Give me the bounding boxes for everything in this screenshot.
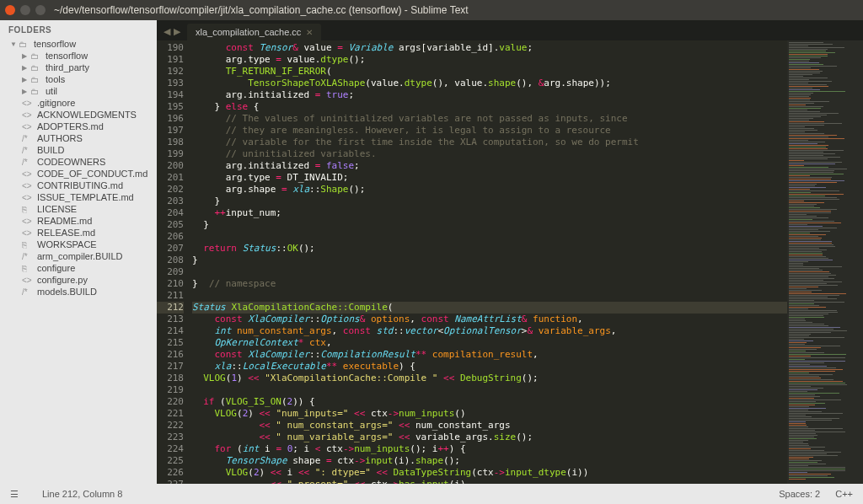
folder-icon: 🗀: [30, 63, 42, 72]
folder-label: util: [46, 86, 57, 96]
file-label: configure: [37, 263, 75, 273]
chevron-right-icon: [22, 76, 30, 83]
status-spaces[interactable]: Spaces: 2: [779, 489, 820, 499]
file-icon: /*: [22, 252, 34, 261]
file-icon: <>: [22, 217, 34, 226]
code-editor[interactable]: const Tensor& value = Variable args[vari…: [192, 40, 787, 484]
editor-area: ◀ ▶ xla_compilation_cache.cc ✕ 190191192…: [157, 20, 863, 484]
file-label: WORKSPACE: [37, 239, 97, 249]
folder-label: tensorflow: [34, 39, 76, 49]
file-icon: <>: [22, 110, 34, 120]
file-icon: <>: [22, 99, 34, 108]
sidebar-file[interactable]: <>configure.py: [19, 274, 157, 286]
sidebar-file[interactable]: <>ISSUE_TEMPLATE.md: [19, 191, 157, 203]
minimap[interactable]: [787, 40, 863, 484]
file-label: ACKNOWLEDGMENTS: [37, 110, 137, 120]
file-label: configure.py: [37, 275, 88, 285]
file-icon: /*: [22, 134, 34, 143]
sidebar-file[interactable]: <>ADOPTERS.md: [19, 121, 157, 132]
folder-icon: 🗀: [30, 51, 42, 61]
menu-icon[interactable]: ☰: [10, 489, 19, 500]
minimize-button[interactable]: [20, 5, 30, 15]
sidebar-folder[interactable]: 🗀third_party: [19, 62, 157, 73]
sidebar-folder[interactable]: 🗀tools: [19, 73, 157, 85]
chevron-right-icon: [22, 52, 30, 60]
folder-label: tensorflow: [46, 51, 88, 61]
file-label: RELEASE.md: [37, 228, 95, 238]
file-icon: <>: [22, 169, 34, 179]
file-icon: <>: [22, 122, 34, 131]
file-label: CODE_OF_CONDUCT.md: [37, 169, 147, 179]
nav-forward-icon[interactable]: ▶: [174, 26, 180, 37]
sidebar-header: FOLDERS: [0, 20, 157, 38]
sidebar-file[interactable]: <>CONTRIBUTING.md: [19, 180, 157, 191]
tab-label: xla_compilation_cache.cc: [196, 27, 301, 37]
file-label: CONTRIBUTING.md: [37, 180, 123, 190]
nav-back-icon[interactable]: ◀: [163, 26, 170, 37]
sidebar-file[interactable]: <>ACKNOWLEDGMENTS: [19, 109, 157, 121]
folder-label: tools: [46, 74, 65, 84]
sidebar-file[interactable]: <>RELEASE.md: [19, 227, 157, 239]
file-icon: ⎘: [22, 240, 34, 249]
sidebar-file[interactable]: ⎘LICENSE: [19, 203, 157, 215]
sidebar: FOLDERS 🗀 tensorflow 🗀tensorflow🗀third_p…: [0, 20, 157, 484]
sidebar-file[interactable]: <>README.md: [19, 215, 157, 227]
window-title: ~/dev/tensorflow/tensorflow/compiler/jit…: [54, 4, 469, 16]
titlebar: ~/dev/tensorflow/tensorflow/compiler/jit…: [0, 0, 863, 20]
file-icon: <>: [22, 193, 34, 202]
statusbar: ☰ Line 212, Column 8 Spaces: 2 C++: [0, 484, 863, 504]
file-label: README.md: [37, 216, 92, 226]
sidebar-root-folder[interactable]: 🗀 tensorflow: [7, 38, 157, 50]
folder-icon: 🗀: [30, 75, 42, 84]
file-label: arm_compiler.BUILD: [37, 251, 122, 261]
sidebar-file[interactable]: ⎘configure: [19, 262, 157, 274]
status-position: Line 212, Column 8: [42, 489, 122, 500]
sidebar-folder[interactable]: 🗀util: [19, 85, 157, 97]
file-label: BUILD: [37, 145, 64, 155]
folder-icon: 🗀: [30, 87, 42, 96]
maximize-button[interactable]: [35, 5, 46, 15]
file-icon: ⎘: [22, 205, 34, 214]
close-icon[interactable]: ✕: [306, 28, 313, 37]
sidebar-file[interactable]: /*AUTHORS: [19, 132, 157, 144]
line-gutter[interactable]: 1901911921931941951961971981992002012022…: [157, 40, 192, 484]
folder-label: third_party: [46, 62, 89, 72]
file-icon: /*: [22, 158, 34, 167]
file-icon: <>: [22, 181, 34, 190]
chevron-right-icon: [22, 88, 30, 95]
file-label: ISSUE_TEMPLATE.md: [37, 192, 134, 202]
file-label: models.BUILD: [37, 287, 97, 297]
file-label: .gitignore: [37, 98, 75, 108]
sidebar-file[interactable]: ⎘WORKSPACE: [19, 239, 157, 250]
chevron-right-icon: [22, 64, 30, 72]
file-icon: /*: [22, 287, 34, 297]
chevron-down-icon: [10, 40, 19, 48]
file-label: LICENSE: [37, 204, 77, 214]
sidebar-folder[interactable]: 🗀tensorflow: [19, 50, 157, 62]
file-icon: /*: [22, 146, 34, 155]
window-buttons: [5, 5, 46, 15]
status-syntax[interactable]: C++: [835, 489, 853, 499]
file-icon: <>: [22, 276, 34, 285]
sidebar-file[interactable]: /*BUILD: [19, 144, 157, 156]
sidebar-file[interactable]: /*models.BUILD: [19, 286, 157, 298]
folder-icon: 🗀: [19, 40, 30, 49]
tab-active[interactable]: xla_compilation_cache.cc ✕: [187, 24, 321, 40]
close-button[interactable]: [5, 5, 15, 15]
file-label: ADOPTERS.md: [37, 121, 104, 131]
sidebar-file[interactable]: <>.gitignore: [19, 97, 157, 109]
sidebar-file[interactable]: <>CODE_OF_CONDUCT.md: [19, 168, 157, 180]
file-label: AUTHORS: [37, 133, 83, 143]
file-icon: ⎘: [22, 264, 34, 273]
file-label: CODEOWNERS: [37, 157, 105, 167]
tabbar: ◀ ▶ xla_compilation_cache.cc ✕: [157, 20, 863, 40]
sidebar-file[interactable]: /*arm_compiler.BUILD: [19, 250, 157, 262]
sidebar-file[interactable]: /*CODEOWNERS: [19, 156, 157, 168]
file-icon: <>: [22, 228, 34, 238]
